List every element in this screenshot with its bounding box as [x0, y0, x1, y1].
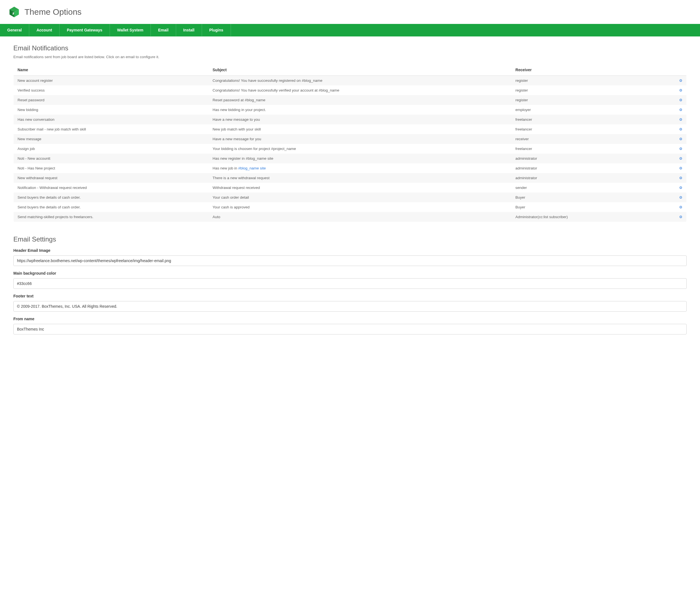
tab-account[interactable]: Account — [29, 24, 59, 36]
app-logo-icon — [8, 6, 20, 18]
gear-icon[interactable]: ⚙ — [679, 195, 682, 199]
cell-subject: Your cash is approved — [209, 202, 511, 212]
svg-rect-4 — [13, 13, 14, 13]
cell-receiver: register — [511, 85, 646, 95]
input-header-image[interactable] — [14, 255, 686, 266]
gear-icon[interactable]: ⚙ — [679, 88, 682, 92]
cell-receiver: Buyer — [511, 202, 646, 212]
cell-name: Notification - Withdrawal request receiv… — [14, 183, 209, 193]
cell-name: New account register — [14, 76, 209, 86]
column-header-actions — [646, 64, 686, 76]
cell-name: Send buyers the details of cash order. — [14, 193, 209, 202]
cell-actions: ⚙ — [646, 144, 686, 154]
gear-icon[interactable]: ⚙ — [679, 78, 682, 83]
cell-name: Assign job — [14, 144, 209, 154]
page-title: Theme Options — [24, 7, 81, 17]
gear-icon[interactable]: ⚙ — [679, 137, 682, 141]
cell-receiver: register — [511, 95, 646, 105]
cell-subject: New job match with your skill — [209, 124, 511, 134]
cell-subject: Congratulations! You have successfully v… — [209, 85, 511, 95]
table-row[interactable]: Notification - Withdrawal request receiv… — [14, 183, 686, 193]
cell-receiver: Buyer — [511, 193, 646, 202]
gear-icon[interactable]: ⚙ — [679, 185, 682, 190]
field-bg-color: Main background color — [14, 271, 686, 289]
gear-icon[interactable]: ⚙ — [679, 147, 682, 151]
table-row[interactable]: Subscriber mail - new job match with ski… — [14, 124, 686, 134]
cell-name: Send buyers the details of cash order. — [14, 202, 209, 212]
tab-wallet-system[interactable]: Wallet System — [110, 24, 151, 36]
tab-email[interactable]: Email — [151, 24, 176, 36]
input-from-name[interactable] — [14, 324, 686, 334]
table-row[interactable]: Send buyers the details of cash order.Yo… — [14, 193, 686, 202]
cell-actions: ⚙ — [646, 163, 686, 173]
cell-actions: ⚙ — [646, 134, 686, 144]
cell-subject: Have a new message to you — [209, 115, 511, 124]
cell-subject: Your bidding is choosen for project #pro… — [209, 144, 511, 154]
cell-receiver: freelancer — [511, 124, 646, 134]
cell-subject: Has new bidding in your project. — [209, 105, 511, 115]
cell-actions: ⚙ — [646, 173, 686, 183]
cell-name: Subscriber mail - new job match with ski… — [14, 124, 209, 134]
gear-icon[interactable]: ⚙ — [679, 98, 682, 102]
gear-icon[interactable]: ⚙ — [679, 205, 682, 209]
cell-subject: Congratulations! You have successfully r… — [209, 76, 511, 86]
cell-subject: There is a new withdrawal request — [209, 173, 511, 183]
table-row[interactable]: New account registerCongratulations! You… — [14, 76, 686, 86]
input-footer-text[interactable] — [14, 301, 686, 312]
table-row[interactable]: New messageHave a new message for yourec… — [14, 134, 686, 144]
cell-name: New withdrawal request — [14, 173, 209, 183]
input-bg-color[interactable] — [14, 278, 686, 289]
cell-actions: ⚙ — [646, 76, 686, 86]
table-row[interactable]: Assign jobYour bidding is choosen for pr… — [14, 144, 686, 154]
svg-rect-5 — [13, 14, 14, 14]
cell-receiver: employer — [511, 105, 646, 115]
gear-icon[interactable]: ⚙ — [679, 118, 682, 122]
label-header-image: Header Email Image — [14, 248, 686, 253]
notifications-table: Name Subject Receiver New account regist… — [14, 64, 686, 222]
subject-link[interactable]: #blog_name site — [238, 166, 266, 170]
table-row[interactable]: Send buyers the details of cash order.Yo… — [14, 202, 686, 212]
gear-icon[interactable]: ⚙ — [679, 108, 682, 112]
tab-install[interactable]: Install — [176, 24, 202, 36]
cell-name: New bidding — [14, 105, 209, 115]
label-from-name: From name — [14, 317, 686, 321]
gear-icon[interactable]: ⚙ — [679, 127, 682, 131]
column-header-subject: Subject — [209, 64, 511, 76]
cell-receiver: administrator — [511, 173, 646, 183]
table-row[interactable]: Verified successCongratulations! You hav… — [14, 85, 686, 95]
cell-actions: ⚙ — [646, 85, 686, 95]
cell-name: Reset password — [14, 95, 209, 105]
gear-icon[interactable]: ⚙ — [679, 176, 682, 180]
cell-subject: Reset password at #blog_name — [209, 95, 511, 105]
tab-plugins[interactable]: Plugins — [202, 24, 231, 36]
column-header-receiver: Receiver — [511, 64, 646, 76]
cell-subject: Your cash order detail — [209, 193, 511, 202]
table-row[interactable]: Noti - Has New projectHas new job in #bl… — [14, 163, 686, 173]
cell-name: New message — [14, 134, 209, 144]
table-row[interactable]: New biddingHas new bidding in your proje… — [14, 105, 686, 115]
cell-receiver: freelancer — [511, 144, 646, 154]
table-row[interactable]: Has new conversationHave a new message t… — [14, 115, 686, 124]
gear-icon[interactable]: ⚙ — [679, 156, 682, 160]
cell-name: Has new conversation — [14, 115, 209, 124]
label-bg-color: Main background color — [14, 271, 686, 275]
cell-actions: ⚙ — [646, 105, 686, 115]
cell-actions: ⚙ — [646, 212, 686, 222]
cell-actions: ⚙ — [646, 154, 686, 163]
cell-name: Noti - New accountt — [14, 154, 209, 163]
tab-general[interactable]: General — [0, 24, 29, 36]
cell-subject: Auto — [209, 212, 511, 222]
cell-actions: ⚙ — [646, 115, 686, 124]
gear-icon[interactable]: ⚙ — [679, 215, 682, 219]
table-row[interactable]: Noti - New accounttHas new register in #… — [14, 154, 686, 163]
table-row[interactable]: Send matching-skilled projects to freela… — [14, 212, 686, 222]
table-row[interactable]: New withdrawal requestThere is a new wit… — [14, 173, 686, 183]
cell-receiver: administrator — [511, 154, 646, 163]
cell-receiver: register — [511, 76, 646, 86]
cell-actions: ⚙ — [646, 95, 686, 105]
column-header-name: Name — [14, 64, 209, 76]
cell-name: Noti - Has New project — [14, 163, 209, 173]
gear-icon[interactable]: ⚙ — [679, 166, 682, 170]
table-row[interactable]: Reset passwordReset password at #blog_na… — [14, 95, 686, 105]
tab-payment-gateways[interactable]: Payment Gateways — [59, 24, 110, 36]
